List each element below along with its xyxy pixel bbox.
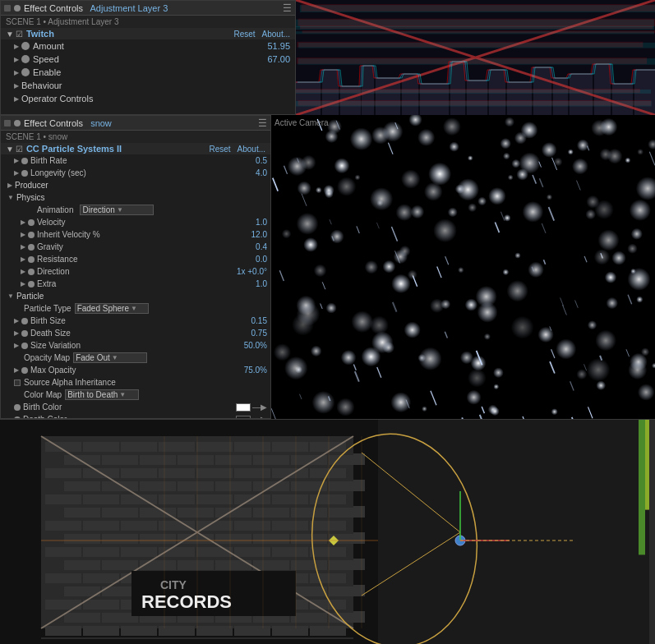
- particle-type-label: Particle Type: [24, 304, 71, 313]
- resistance-expand[interactable]: ▶: [21, 255, 25, 263]
- top-fx-check[interactable]: ☑: [16, 30, 23, 39]
- death-size-expand[interactable]: ▶: [14, 329, 19, 337]
- param-opacity-map: Opacity Map Fade Out ▼: [1, 352, 270, 364]
- middle-fx-check[interactable]: ☑: [16, 145, 23, 154]
- birth-rate-expand[interactable]: ▶: [14, 157, 19, 164]
- amount-value[interactable]: 51.95: [267, 41, 290, 51]
- operator-label: Operator Controls: [21, 94, 93, 104]
- birth-rate-value[interactable]: 0.5: [234, 156, 267, 165]
- size-var-label: Size Variation: [30, 341, 81, 350]
- source-alpha-checkbox[interactable]: [14, 380, 21, 386]
- gravity-expand[interactable]: ▶: [21, 243, 25, 251]
- resistance-icon: [28, 256, 35, 263]
- amount-expand[interactable]: ▶: [14, 43, 19, 50]
- direction-value[interactable]: 1x +0.0°: [234, 267, 267, 276]
- top-fx-about[interactable]: About...: [262, 30, 290, 39]
- birth-size-expand[interactable]: ▶: [14, 317, 19, 324]
- param-death-size: ▶ Death Size 0.75: [1, 327, 270, 339]
- max-opacity-value[interactable]: 75.0%: [234, 366, 267, 375]
- top-preview-panel: [296, 0, 655, 115]
- opacity-map-dropdown[interactable]: Fade Out ▼: [73, 352, 147, 363]
- behaviour-expand[interactable]: ▶: [14, 82, 19, 90]
- particle-type-dropdown[interactable]: Faded Sphere ▼: [75, 303, 149, 314]
- velocity-label: Velocity: [37, 218, 65, 227]
- inherit-vel-expand[interactable]: ▶: [21, 231, 25, 238]
- top-panel-title: Effect Controls Adjustment Layer 3: [24, 3, 168, 13]
- middle-scene-label: SCENE 1 • snow: [1, 131, 270, 143]
- top-preview-canvas: [296, 0, 655, 115]
- birth-size-icon: [21, 318, 28, 324]
- gravity-icon: [28, 244, 35, 251]
- birth-color-controls: —▶: [236, 402, 267, 412]
- middle-panel-icon1: [4, 120, 11, 126]
- size-var-value[interactable]: 50.0%: [234, 341, 267, 350]
- middle-panel-menu-icon[interactable]: ☰: [258, 117, 267, 129]
- middle-fx-reset[interactable]: Reset: [209, 145, 230, 154]
- speed-value[interactable]: 67.00: [267, 54, 290, 64]
- birth-color-icon: [14, 404, 21, 411]
- top-row: Effect Controls Adjustment Layer 3 ☰ SCE…: [0, 0, 655, 115]
- operator-expand[interactable]: ▶: [14, 95, 19, 103]
- amount-icon: [21, 42, 30, 50]
- top-fx-expand[interactable]: ▼: [6, 30, 14, 39]
- top-panel-title-text: Effect Controls: [24, 3, 83, 13]
- param-extra: ▶ Extra 1.0: [1, 278, 270, 290]
- gravity-value[interactable]: 0.4: [234, 242, 267, 251]
- middle-fx-about[interactable]: About...: [238, 145, 265, 154]
- animation-dropdown-arrow: ▼: [117, 206, 123, 214]
- enable-icon: [21, 68, 30, 76]
- middle-preview-panel: Active Camera: [271, 115, 655, 419]
- birth-size-value[interactable]: 0.15: [234, 316, 267, 325]
- middle-fx-expand[interactable]: ▼: [6, 145, 14, 154]
- death-size-value[interactable]: 0.75: [234, 329, 267, 338]
- middle-row: Effect Controls snow ☰ SCENE 1 • snow ▼ …: [0, 115, 655, 419]
- speed-expand[interactable]: ▶: [14, 56, 19, 63]
- middle-panel-title: Effect Controls snow: [24, 118, 112, 128]
- param-birth-color: Birth Color —▶: [1, 401, 270, 413]
- top-fx-reset[interactable]: Reset: [233, 30, 255, 39]
- extra-expand[interactable]: ▶: [21, 280, 25, 288]
- middle-panel-subtitle: snow: [90, 118, 112, 128]
- color-map-label: Color Map: [24, 390, 62, 399]
- inherit-vel-icon: [28, 232, 35, 238]
- extra-value[interactable]: 1.0: [234, 279, 267, 288]
- max-opacity-icon: [21, 367, 28, 374]
- enable-expand[interactable]: ▶: [14, 69, 19, 76]
- direction-icon: [28, 269, 35, 275]
- bottom-row: [0, 419, 655, 644]
- opacity-map-value: Fade Out: [76, 353, 110, 362]
- size-var-icon: [21, 343, 28, 349]
- top-panel-menu-icon[interactable]: ☰: [283, 2, 292, 14]
- longevity-expand[interactable]: ▶: [14, 169, 19, 177]
- longevity-value[interactable]: 4.0: [234, 168, 267, 177]
- animation-dropdown-value: Direction: [82, 205, 114, 214]
- longevity-icon: [21, 170, 28, 177]
- opacity-map-arrow: ▼: [112, 354, 118, 361]
- resistance-value[interactable]: 0.0: [234, 255, 267, 264]
- effect-controls-middle-panel: Effect Controls snow ☰ SCENE 1 • snow ▼ …: [0, 115, 271, 419]
- birth-rate-icon: [21, 158, 28, 164]
- inherit-vel-value[interactable]: 12.0: [234, 230, 267, 239]
- producer-expand[interactable]: ▶: [7, 182, 12, 189]
- color-map-dropdown[interactable]: Birth to Death ▼: [65, 389, 139, 400]
- velocity-expand[interactable]: ▶: [21, 218, 25, 226]
- size-var-expand[interactable]: ▶: [14, 342, 19, 349]
- param-velocity: ▶ Velocity 1.0: [1, 216, 270, 228]
- birth-color-swatch[interactable]: [236, 403, 251, 412]
- physics-expand[interactable]: ▼: [7, 194, 14, 201]
- source-alpha-label: Source Alpha Inheritance: [24, 378, 116, 387]
- animation-dropdown[interactable]: Direction ▼: [80, 205, 154, 215]
- death-size-label: Death Size: [30, 329, 71, 338]
- particle-type-value: Faded Sphere: [77, 304, 129, 313]
- speed-label: Speed: [33, 54, 59, 64]
- particle-expand[interactable]: ▼: [7, 292, 14, 300]
- top-panel-header: Effect Controls Adjustment Layer 3 ☰: [1, 1, 295, 16]
- velocity-value[interactable]: 1.0: [234, 218, 267, 227]
- param-birth-rate: ▶ Birth Rate 0.5: [1, 154, 270, 167]
- speed-icon: [21, 55, 30, 63]
- effect-controls-top-panel: Effect Controls Adjustment Layer 3 ☰ SCE…: [0, 0, 296, 115]
- direction-expand[interactable]: ▶: [21, 268, 25, 275]
- extra-label: Extra: [37, 279, 56, 288]
- max-opacity-expand[interactable]: ▶: [14, 366, 19, 374]
- animation-label: Animation: [37, 205, 73, 214]
